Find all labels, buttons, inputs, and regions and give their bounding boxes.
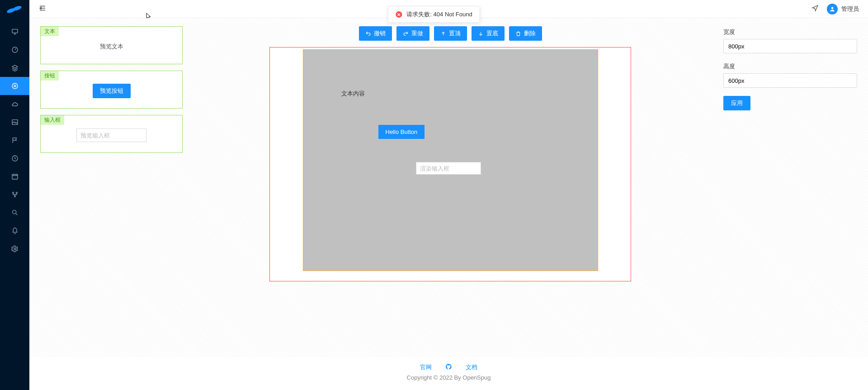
canvas-button-element[interactable]: Hello Button	[378, 125, 425, 139]
notification-icon[interactable]	[811, 5, 819, 13]
canvas-column: 撤销 重做 置顶 置底	[187, 26, 713, 357]
undo-icon	[365, 31, 371, 37]
nav-item-layers[interactable]	[0, 59, 29, 77]
error-toast: ✕ 请求失败: 404 Not Found	[388, 6, 480, 23]
nav-item-clock[interactable]	[0, 149, 29, 167]
close-icon: ✕	[396, 11, 402, 18]
footer-copyright: Copyright © 2022 By OpenSpug	[29, 374, 868, 381]
canvas-inner[interactable]: 文本内容 Hello Button	[303, 49, 598, 271]
trash-icon	[515, 31, 521, 37]
canvas-outer[interactable]: 文本内容 Hello Button	[269, 47, 631, 281]
nav-item-cloud[interactable]	[0, 95, 29, 113]
svg-point-10	[16, 192, 17, 194]
svg-rect-2	[12, 29, 18, 33]
bring-top-button[interactable]: 置顶	[434, 26, 467, 41]
width-input[interactable]	[723, 39, 857, 53]
nav-item-desktop[interactable]	[0, 23, 29, 41]
footer: 官网 文档 Copyright © 2022 By OpenSpug	[29, 357, 868, 390]
redo-label: 重做	[411, 29, 423, 38]
palette-input-card[interactable]: 输入框	[40, 115, 183, 153]
bottom-label: 置底	[486, 29, 498, 38]
user-label: 管理员	[841, 5, 859, 13]
arrow-up-icon	[440, 31, 446, 37]
nav-item-branch[interactable]	[0, 185, 29, 204]
palette-button-tag: 按钮	[41, 71, 59, 81]
nav-item-image[interactable]	[0, 113, 29, 131]
nav-item-dashboard[interactable]	[0, 41, 29, 59]
nav-item-settings[interactable]	[0, 240, 29, 258]
nav-item-alert[interactable]	[0, 222, 29, 240]
component-palette: 文本 预览文本 按钮 预览按钮 输入框	[40, 26, 183, 357]
canvas-toolbar: 撤销 重做 置顶 置底	[359, 26, 542, 41]
svg-point-12	[12, 210, 16, 214]
apply-button[interactable]: 应用	[723, 96, 750, 110]
workspace: 文本 预览文本 按钮 预览按钮 输入框 撤销	[29, 18, 868, 357]
height-input[interactable]	[723, 73, 857, 88]
canvas-text-element[interactable]: 文本内容	[341, 90, 365, 98]
undo-label: 撤销	[374, 29, 386, 38]
user-menu[interactable]: 管理员	[827, 4, 859, 14]
side-nav	[0, 0, 29, 390]
delete-button[interactable]: 删除	[509, 26, 542, 41]
palette-button-preview: 预览按钮	[93, 84, 131, 98]
undo-button[interactable]: 撤销	[359, 26, 392, 41]
redo-button[interactable]: 重做	[396, 26, 429, 41]
width-label: 宽度	[723, 28, 857, 36]
height-label: 高度	[723, 62, 857, 71]
svg-point-4	[12, 83, 18, 89]
footer-link-github[interactable]	[445, 363, 452, 371]
redo-icon	[403, 31, 409, 37]
palette-input-preview	[76, 128, 146, 142]
arrow-down-icon	[478, 31, 484, 37]
menu-toggle-icon[interactable]	[38, 4, 47, 14]
avatar	[827, 4, 838, 14]
svg-point-9	[12, 192, 14, 194]
palette-text-tag: 文本	[41, 27, 59, 36]
nav-item-calendar[interactable]	[0, 167, 29, 185]
nav-item-editor[interactable]	[0, 77, 29, 95]
footer-link-site[interactable]: 官网	[420, 363, 432, 371]
svg-point-14	[831, 7, 834, 9]
properties-panel: 宽度 高度 应用	[718, 26, 863, 357]
nav-item-flag[interactable]	[0, 131, 29, 149]
send-bottom-button[interactable]: 置底	[472, 26, 505, 41]
logo	[0, 0, 29, 18]
toast-message: 请求失败: 404 Not Found	[406, 10, 472, 19]
palette-input-tag: 输入框	[41, 115, 64, 125]
svg-point-5	[14, 85, 16, 87]
delete-label: 删除	[524, 29, 536, 38]
footer-link-docs[interactable]: 文档	[466, 363, 477, 371]
nav-item-search[interactable]	[0, 204, 29, 222]
svg-point-13	[14, 248, 16, 250]
palette-text-card[interactable]: 文本 预览文本	[40, 26, 183, 64]
palette-button-card[interactable]: 按钮 预览按钮	[40, 71, 183, 109]
top-label: 置顶	[449, 29, 461, 38]
svg-rect-8	[12, 174, 18, 179]
palette-text-preview: 预览文本	[100, 43, 123, 51]
svg-point-11	[14, 196, 15, 197]
canvas-input-element[interactable]	[416, 162, 481, 175]
github-icon	[445, 363, 452, 370]
